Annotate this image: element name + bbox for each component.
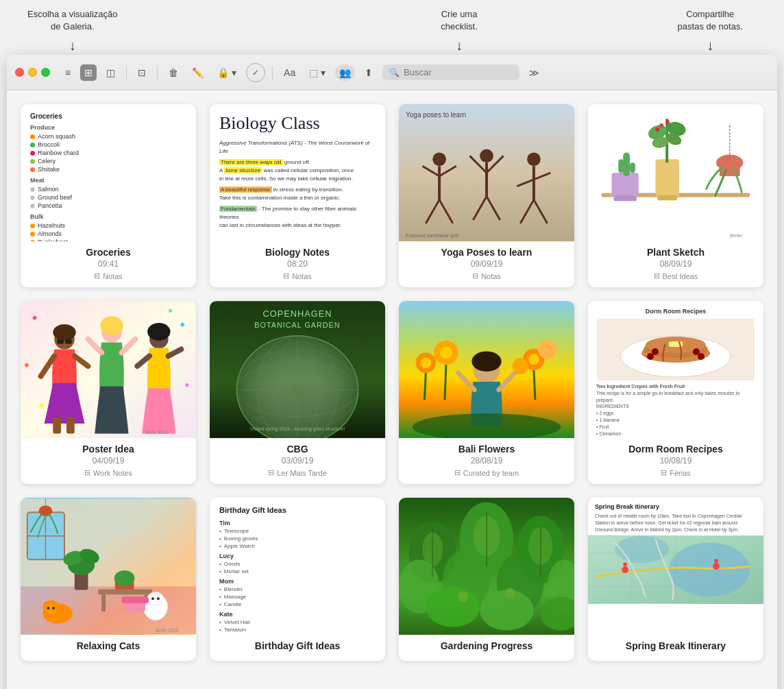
plant-note-date: 08/09/19 [595, 259, 757, 269]
share-button[interactable]: ⬆ [360, 64, 377, 81]
spring-map [588, 535, 763, 604]
yoga-note-date: 09/09/19 [406, 259, 567, 269]
note-card-yoga[interactable]: Yoga poses to learn [399, 104, 574, 287]
bday-lucy-1: •Goods [219, 561, 376, 567]
folder-icon-dorm: ⊟ [661, 468, 667, 477]
bali-note-date: 28/08/19 [406, 456, 567, 466]
grid-view-button[interactable]: ⊞ [80, 64, 97, 81]
share-icon: ⬆ [365, 67, 373, 78]
gallery-tooltip-arrow: ↓ [27, 36, 118, 55]
svg-point-132 [157, 597, 160, 600]
biology-note-date: 08:20 [217, 259, 378, 269]
bday-person-mom: Mom [219, 578, 376, 585]
svg-point-163 [714, 559, 718, 564]
bday-tim-3: •Apple Watch [219, 543, 376, 549]
text-format-button[interactable]: Aa [280, 64, 299, 81]
svg-rect-49 [65, 339, 72, 344]
cats-preview: Bette 2019 [21, 498, 196, 635]
close-button[interactable] [15, 68, 24, 77]
note-card-gardening[interactable]: Gardening Progress [399, 498, 574, 661]
dorm-info: Dorm Room Recipes 10/08/19 ⊟ Férias [588, 438, 763, 484]
spring-info: Spring Break Itinerary [588, 635, 763, 661]
sidebar-button[interactable]: ◫ [102, 64, 119, 81]
folder-icon-yoga: ⊟ [472, 271, 478, 280]
note-card-dorm[interactable]: Dorm Room Recipes [588, 301, 763, 484]
gallery-tooltip: Escolha a visualização de Galeria. ↓ [27, 8, 118, 55]
bday-person-lucy: Lucy [219, 553, 376, 559]
svg-text:Practiced handstand split: Practiced handstand split [406, 233, 458, 239]
item-hazelnuts: Hazelnuts [30, 222, 186, 229]
svg-rect-22 [611, 173, 638, 196]
search-box[interactable]: 🔍 [382, 64, 519, 80]
note-card-cats[interactable]: Bette 2019 Relaxing Cats [21, 498, 196, 661]
minimize-button[interactable] [28, 68, 37, 77]
svg-point-128 [147, 592, 164, 605]
notes-grid: Groceries Produce Acorn squash Broccoli … [21, 104, 763, 661]
note-card-birthday[interactable]: Birthday Gift Ideas Tim •Telescope •Boxi… [210, 498, 385, 661]
groceries-note-title: Groceries [27, 247, 189, 258]
bali-note-folder: ⊟ Curated by team [406, 468, 567, 477]
search-input[interactable] [404, 67, 506, 77]
cats-svg: Bette 2019 [21, 498, 196, 635]
lock-button[interactable]: 🔒 ▾ [213, 64, 241, 81]
folder-button[interactable]: ⊡ [134, 64, 150, 81]
cbg-note-folder: ⊟ Ler Mais Tarde [217, 468, 378, 477]
folder-icon: ⊡ [138, 67, 146, 78]
svg-point-37 [655, 128, 659, 132]
dorm-preview: Dorm Room Recipes [588, 301, 763, 438]
svg-point-153 [458, 591, 469, 602]
item-beef: Ground beef [30, 194, 186, 201]
compose-button[interactable]: ✏️ [188, 64, 208, 81]
spring-map-svg [588, 535, 763, 604]
note-card-groceries[interactable]: Groceries Produce Acorn squash Broccoli … [21, 104, 196, 287]
svg-point-38 [659, 123, 663, 128]
share-people-button[interactable]: 👥 [335, 64, 355, 81]
checklist-button[interactable]: ✓ [246, 63, 265, 82]
svg-line-91 [534, 370, 535, 400]
poster-note-title: Poster Idea [27, 444, 189, 455]
dorm-note-folder: ⊟ Férias [595, 468, 757, 477]
expand-button[interactable]: ≫ [525, 64, 543, 81]
note-card-plant[interactable]: Bette Plant Sketch 08/09/19 ⊟ Best Ideas [588, 104, 763, 287]
item-pancetta: Pancetta [30, 202, 186, 209]
separator-3 [272, 66, 273, 80]
item-chard: Rainbow chard [30, 149, 186, 156]
note-card-biology[interactable]: Biology Class Aggressive Transformations… [210, 104, 385, 287]
dorm-food-svg [596, 319, 755, 380]
bday-mom-3: •Candle [219, 601, 376, 607]
app-window: ≡ ⊞ ◫ ⊡ 🗑 ✏️ 🔒 ▾ ✓ Aa ⬚ ▾ [7, 55, 777, 689]
svg-point-100 [647, 353, 654, 360]
share-people-icon: 👥 [339, 67, 351, 78]
svg-line-90 [445, 365, 446, 400]
poster-note-folder: ⊟ Work Notes [27, 468, 189, 477]
birthday-preview: Birthday Gift Ideas Tim •Telescope •Boxi… [210, 498, 385, 635]
bday-mom-2: •Massage [219, 594, 376, 600]
list-view-button[interactable]: ≡ [61, 64, 75, 81]
groceries-note-folder: ⊟ Notas [27, 271, 189, 280]
note-card-cbg[interactable]: COPENHAGEN BOTANICAL GARDEN Visited spri… [210, 301, 385, 484]
poster-preview: Bette 2019 [21, 301, 196, 438]
note-card-bali[interactable]: Bali Flowers 28/08/19 ⊟ Curated by team [399, 301, 574, 484]
bday-title: Birthday Gift Ideas [219, 506, 376, 514]
cbg-preview: COPENHAGEN BOTANICAL GARDEN Visited spri… [210, 301, 385, 438]
cbg-svg: COPENHAGEN BOTANICAL GARDEN Visited spri… [210, 301, 385, 438]
biology-preview: Biology Class Aggressive Transformations… [210, 104, 385, 241]
checklist-tooltip-text: Crie uma checklist. [441, 9, 477, 32]
svg-rect-23 [613, 195, 636, 201]
bday-person-kate: Kate [219, 611, 376, 618]
bali-preview [399, 301, 574, 438]
svg-point-157 [615, 536, 669, 563]
maximize-button[interactable] [41, 68, 50, 77]
svg-rect-27 [655, 159, 678, 196]
media-button[interactable]: ⬚ ▾ [305, 64, 330, 81]
folder-icon-poster: ⊟ [84, 468, 90, 477]
trash-button[interactable]: 🗑 [164, 64, 182, 81]
svg-point-150 [426, 587, 480, 627]
folder-icon-plant: ⊟ [654, 271, 660, 280]
item-shiitake: Shiitake [30, 166, 186, 173]
svg-text:Bette 2019: Bette 2019 [145, 430, 168, 435]
note-card-spring[interactable]: Spring Break Itinerary Check out of midd… [588, 498, 763, 661]
bali-info: Bali Flowers 28/08/19 ⊟ Curated by team [399, 438, 574, 484]
note-card-poster[interactable]: Bette 2019 Poster Idea 04/09/19 ⊟ Work N… [21, 301, 196, 484]
svg-point-126 [52, 607, 55, 609]
